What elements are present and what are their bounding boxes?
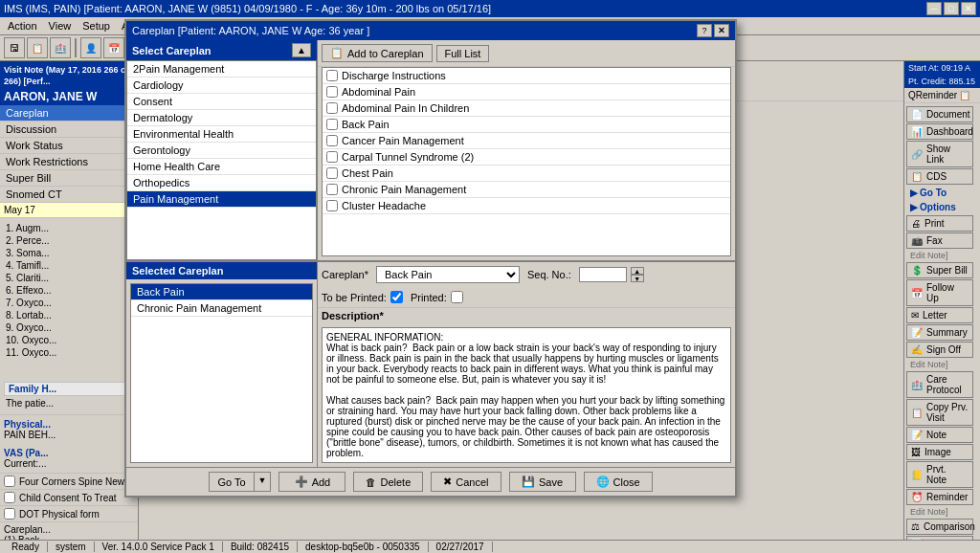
toolbar-btn-4[interactable]: 👤 [80,37,101,58]
toolbar-btn-1[interactable]: 🖫 [4,37,25,58]
toolbar-btn-2[interactable]: 📋 [27,37,48,58]
careplan-item-env-health[interactable]: Environmental Health [127,126,316,143]
right-btn-copy-prv[interactable]: 📋Copy Prv. Visit [906,399,973,426]
selected-list[interactable]: Back Pain Chronic Pain Management [130,283,313,463]
right-btn-summary[interactable]: 📝Summary [906,324,973,341]
status-system: system [48,542,95,552]
printed-checkbox[interactable] [451,291,463,303]
add-to-careplan-button[interactable]: 📋 Add to Careplan [322,44,433,62]
checkbox-back-pain[interactable]: Back Pain [323,117,730,133]
right-btn-sign-off[interactable]: ✍Sign Off [906,342,973,358]
section-options[interactable]: ▶ Options [906,200,978,214]
right-btn-dashboard[interactable]: 📊Dashboard [906,123,973,140]
right-btn-document[interactable]: 📄Document [906,106,973,122]
dialog-close-button[interactable]: ✕ [714,24,729,37]
checkbox-discharge-input[interactable] [326,70,338,81]
careplan-item-home-health[interactable]: Home Health Care [127,159,316,175]
selected-item-back-pain[interactable]: Back Pain [131,284,312,300]
toolbar-btn-3[interactable]: 🏥 [50,37,71,58]
four-corners-checkbox[interactable] [4,476,15,487]
right-btn-follow-up[interactable]: 📅Follow Up [906,279,973,306]
right-btn-print[interactable]: 🖨Print [906,215,973,232]
careplan-item-gerontology[interactable]: Gerontology [127,143,316,159]
qreminder-bar[interactable]: QReminder 📋 [904,88,980,103]
full-list-button[interactable]: Full List [436,45,490,62]
careplan-select[interactable]: Back Pain [376,266,520,283]
careplan-list[interactable]: 2Pain Management Cardiology Consent Derm… [126,60,317,260]
physical-section: Physical... PAIN BEH... [0,414,138,444]
careplan-item-cardiology[interactable]: Cardiology [127,77,316,94]
goto-dropdown-arrow[interactable]: ▼ [255,472,272,492]
checkbox-carpal[interactable]: Carpal Tunnel Syndrome (2) [323,149,730,166]
close-button[interactable]: 🌐 Close [584,472,653,492]
careplan-item-consent[interactable]: Consent [127,94,316,110]
add-panel-toolbar: 📋 Add to Careplan Full List [318,40,735,67]
dot-physical-checkbox[interactable] [4,508,15,520]
checkbox-abdominal[interactable]: Abdominal Pain [323,84,730,100]
delete-button-icon: 🗑 [366,476,376,488]
right-btn-reminder[interactable]: ⏰Reminder [906,489,973,505]
right-btn-letter[interactable]: ✉Letter [906,307,973,323]
right-btn-fax[interactable]: 📠Fax [906,232,973,249]
checkbox-abdominal-children-input[interactable] [326,102,338,114]
menu-view[interactable]: View [43,18,78,33]
selected-item-chronic-pain[interactable]: Chronic Pain Management [131,300,312,317]
checkbox-abdominal-children[interactable]: Abdominal Pain In Children [323,100,730,117]
checkbox-chronic-pain[interactable]: Chronic Pain Management [323,182,730,198]
menu-action[interactable]: Action [2,18,43,33]
menu-setup[interactable]: Setup [77,18,116,33]
right-btn-care-protocol[interactable]: 🏥Care Protocol [906,371,973,398]
careplan-item-2pain[interactable]: 2Pain Management [127,61,316,77]
child-consent-checkbox[interactable] [4,492,15,503]
sidebar-item-work-restrictions[interactable]: Work Restrictions [0,154,138,170]
checkbox-chest-pain-input[interactable] [326,167,338,179]
seq-no-down[interactable]: ▼ [631,275,644,282]
delete-button[interactable]: 🗑 Delete [353,472,423,492]
right-btn-cds[interactable]: 📋CDS [906,168,973,185]
right-btn-prvt-note[interactable]: 📒Prvt. Note [906,461,973,488]
checkbox-abdominal-input[interactable] [326,86,338,98]
cancel-button[interactable]: ✖ Cancel [431,472,501,492]
bottom-item-child-consent[interactable]: Child Consent To Treat [0,489,138,505]
right-btn-super-bill[interactable]: 💲Super Bill [906,262,973,278]
dialog-help-button[interactable]: ? [697,24,712,37]
checkbox-cancer-pain[interactable]: Cancer Pain Management [323,133,730,149]
bottom-item-four-corners[interactable]: Four Corners Spine New [0,473,138,489]
sidebar-item-snomed-ct[interactable]: Snomed CT [0,187,138,203]
careplan-item-orthopedics[interactable]: Orthopedics [127,175,316,191]
printed-label: Printed: [411,292,447,303]
close-button[interactable]: ✕ [961,2,976,15]
bottom-item-dot-physical[interactable]: DOT Physical form [0,505,138,521]
checkbox-back-pain-input[interactable] [326,119,338,130]
description-textarea[interactable] [322,327,731,463]
select-careplan-scroll-up[interactable]: ▲ [292,43,311,57]
minimize-button[interactable]: ─ [926,2,942,15]
right-btn-note[interactable]: 📝Note [906,427,973,443]
checkbox-chest-pain[interactable]: Chest Pain [323,166,730,182]
sidebar-item-careplan[interactable]: Careplan [0,105,138,122]
qreminder-label: QReminder [908,90,957,100]
save-button[interactable]: 💾 Save [509,472,576,492]
checkbox-carpal-input[interactable] [326,151,338,163]
sidebar-item-work-status[interactable]: Work Status [0,138,138,154]
checkbox-discharge[interactable]: Discharge Instructions [323,68,730,84]
sidebar-item-discussion[interactable]: Discussion [0,122,138,138]
section-goto[interactable]: ▶ Go To [906,186,978,200]
toolbar-btn-5[interactable]: 📅 [103,37,124,58]
checkbox-chronic-pain-input[interactable] [326,184,338,195]
checkbox-cluster-headache[interactable]: Cluster Headache [323,198,730,214]
restore-button[interactable]: □ [944,2,959,15]
seq-no-input[interactable] [579,267,627,282]
right-btn-image[interactable]: 🖼Image [906,444,973,460]
careplan-item-pain-mgmt[interactable]: Pain Management [127,191,316,208]
right-btn-show-link[interactable]: 🔗Show Link [906,141,973,167]
add-button[interactable]: ➕ Add [278,472,345,492]
right-btn-comparison[interactable]: ⚖Comparison [906,519,973,535]
checkbox-cancer-pain-input[interactable] [326,135,338,146]
careplan-item-dermatology[interactable]: Dermatology [127,110,316,126]
to-be-printed-checkbox[interactable] [390,291,403,303]
checkbox-cluster-headache-input[interactable] [326,200,338,211]
goto-button[interactable]: Go To [209,472,254,492]
sidebar-item-super-bill[interactable]: Super Bill [0,170,138,187]
seq-no-up[interactable]: ▲ [631,267,644,275]
